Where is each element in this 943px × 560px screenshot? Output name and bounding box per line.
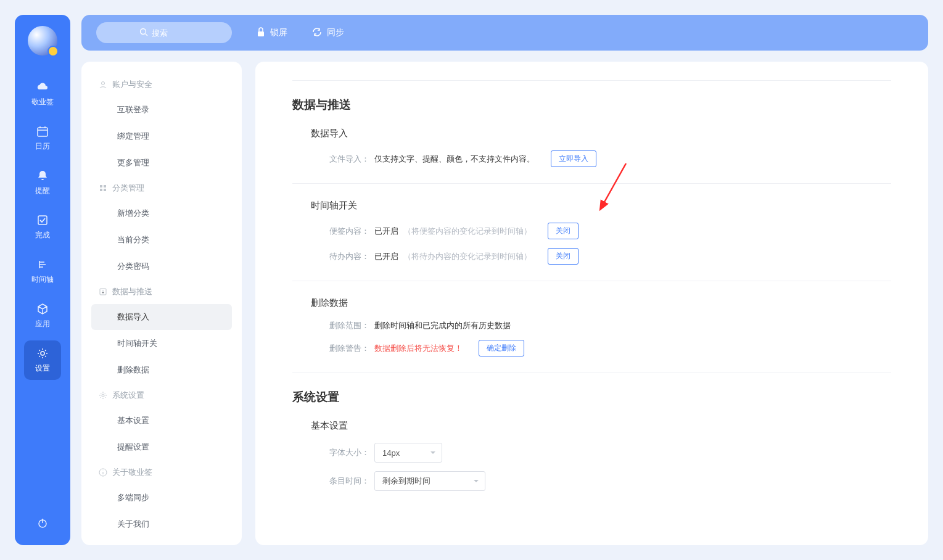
sn-item-catpwd[interactable]: 分类密码: [91, 253, 232, 279]
section-title-system: 系统设置: [292, 389, 891, 405]
left-sidebar: 敬业签 日历 提醒 完成 时间轴: [15, 15, 70, 545]
section-title-data: 数据与推送: [292, 97, 891, 113]
tl-todo-label: 待办内容：: [329, 251, 369, 262]
bell-icon: [36, 169, 49, 183]
delete-scope-row: 删除范围： 删除时间轴和已完成内的所有历史数据: [329, 320, 891, 331]
nav-label: 时间轴: [31, 274, 54, 285]
power-button[interactable]: [31, 512, 54, 534]
font-row: 字体大小： 14px: [329, 443, 891, 463]
import-button[interactable]: 立即导入: [551, 150, 596, 167]
nav-notes[interactable]: 敬业签: [24, 74, 61, 113]
tl-todo-val: 已开启: [374, 251, 398, 262]
search-icon: [139, 28, 148, 38]
timeline-row-note: 便签内容： 已开启 （将便签内容的变化记录到时间轴） 关闭: [329, 223, 891, 239]
delete-title: 删除数据: [311, 297, 891, 309]
sn-item-more[interactable]: 更多管理: [91, 150, 232, 176]
search-input[interactable]: [152, 28, 189, 38]
sn-item-sso[interactable]: 互联登录: [91, 97, 232, 123]
sn-item-remindset[interactable]: 提醒设置: [91, 434, 232, 460]
gear-icon: [36, 347, 49, 360]
group-system: 系统设置: [88, 384, 236, 407]
user-icon: [99, 80, 107, 89]
nav-calendar[interactable]: 日历: [24, 118, 61, 158]
nav-label: 设置: [35, 363, 50, 374]
sn-item-basic[interactable]: 基本设置: [91, 408, 232, 434]
delete-warn-row: 删除警告： 数据删除后将无法恢复！ 确定删除: [329, 340, 891, 356]
svg-rect-9: [100, 189, 102, 191]
basic-title: 基本设置: [311, 420, 891, 432]
grid-icon: [99, 184, 107, 192]
del-scope-val: 删除时间轴和已完成内的所有历史数据: [374, 320, 511, 331]
sync-label: 同步: [327, 27, 344, 38]
del-scope-label: 删除范围：: [329, 320, 369, 331]
import-title: 数据导入: [311, 128, 891, 139]
nav-timeline[interactable]: 时间轴: [24, 252, 61, 291]
check-icon: [36, 213, 49, 227]
sn-item-aboutus[interactable]: 关于我们: [91, 511, 232, 537]
import-row: 文件导入： 仅支持文字、提醒、颜色，不支持文件内容。 立即导入: [329, 150, 891, 167]
font-select[interactable]: 14px: [374, 443, 442, 463]
lock-label: 锁屏: [270, 27, 287, 38]
avatar[interactable]: [28, 26, 57, 56]
main-panel: 数据与推送 数据导入 文件导入： 仅支持文字、提醒、颜色，不支持文件内容。 立即…: [255, 62, 928, 545]
svg-rect-5: [258, 31, 264, 36]
timeline-title: 时间轴开关: [311, 200, 891, 212]
sync-icon: [312, 27, 322, 39]
import-label: 文件导入：: [329, 154, 369, 165]
sn-item-import[interactable]: 数据导入: [91, 304, 232, 330]
time-row: 条目时间： 剩余到期时间: [329, 471, 891, 491]
delete-confirm-button[interactable]: 确定删除: [479, 340, 524, 356]
sn-item-bind[interactable]: 绑定管理: [91, 123, 232, 149]
group-data: 数据与推送: [88, 280, 236, 303]
nav-label: 提醒: [35, 186, 50, 196]
lock-button[interactable]: 锁屏: [257, 27, 287, 39]
import-desc: 仅支持文字、提醒、颜色，不支持文件内容。: [374, 154, 535, 165]
svg-point-6: [102, 82, 105, 85]
font-label: 字体大小：: [329, 447, 369, 458]
topbar: 锁屏 同步: [81, 15, 928, 51]
svg-rect-1: [38, 216, 47, 224]
tl-note-close[interactable]: 关闭: [548, 223, 579, 239]
timeline-icon: [36, 258, 49, 271]
svg-point-2: [41, 352, 44, 355]
svg-rect-0: [38, 128, 47, 136]
nav-remind[interactable]: 提醒: [24, 163, 61, 202]
tl-note-val: 已开启: [374, 226, 398, 237]
sync-button[interactable]: 同步: [312, 27, 344, 39]
sn-item-curcat[interactable]: 当前分类: [91, 227, 232, 253]
tl-note-hint: （将便签内容的变化记录到时间轴）: [403, 226, 532, 237]
sn-item-newcat[interactable]: 新增分类: [91, 200, 232, 226]
time-label: 条目时间：: [329, 476, 369, 487]
cube-icon: [36, 302, 49, 316]
group-about: 关于敬业签: [88, 461, 236, 484]
nav-done[interactable]: 完成: [24, 207, 61, 247]
sn-item-deldata[interactable]: 删除数据: [91, 357, 232, 383]
sn-item-tlswitch[interactable]: 时间轴开关: [91, 331, 232, 356]
del-warn-text: 数据删除后将无法恢复！: [374, 343, 463, 354]
lock-icon: [257, 27, 265, 39]
cloud-icon: [36, 80, 49, 94]
nav-label: 应用: [35, 319, 50, 329]
info-icon: [99, 468, 107, 477]
tl-todo-close[interactable]: 关闭: [548, 248, 579, 265]
export-icon: [99, 287, 107, 296]
time-select[interactable]: 剩余到期时间: [374, 471, 485, 491]
sn-item-multisync[interactable]: 多端同步: [91, 485, 232, 511]
group-category: 分类管理: [88, 176, 236, 200]
svg-rect-8: [104, 185, 106, 187]
tl-todo-hint: （将待办内容的变化记录到时间轴）: [403, 251, 532, 262]
nav-label: 日历: [35, 141, 50, 152]
search-box[interactable]: [96, 22, 232, 43]
settings-sidebar: 账户与安全 互联登录 绑定管理 更多管理 分类管理 新增分类 当前分类 分类密码…: [81, 62, 242, 545]
nav-settings[interactable]: 设置: [24, 340, 61, 380]
nav-apps[interactable]: 应用: [24, 296, 61, 336]
svg-point-4: [141, 28, 146, 34]
tl-note-label: 便签内容：: [329, 226, 369, 237]
timeline-row-todo: 待办内容： 已开启 （将待办内容的变化记录到时间轴） 关闭: [329, 248, 891, 265]
svg-point-12: [102, 394, 104, 397]
nav-label: 敬业签: [31, 97, 54, 107]
del-warn-label: 删除警告：: [329, 343, 369, 354]
gear-icon: [99, 391, 107, 400]
svg-rect-10: [104, 189, 106, 191]
svg-rect-7: [100, 185, 102, 187]
